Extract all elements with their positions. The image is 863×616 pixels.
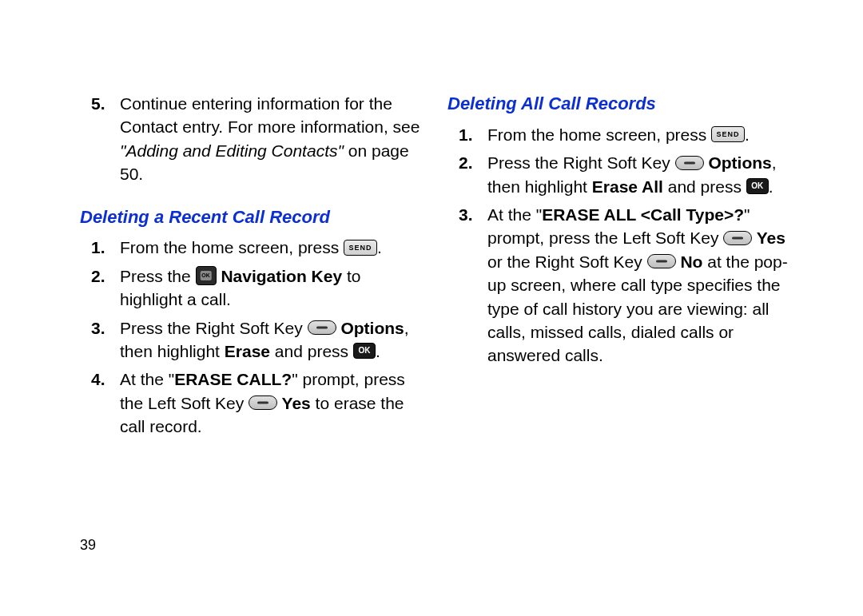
cross-reference: "Adding and Editing Contacts"	[120, 141, 344, 160]
key-name: Options	[336, 319, 404, 337]
text: At the "	[120, 370, 174, 388]
text: or the Right Soft Key	[487, 252, 647, 271]
list-item: 4. At the "ERASE CALL?" prompt, press th…	[80, 368, 424, 443]
soft-key-icon	[249, 395, 277, 410]
menu-item: Erase All	[592, 177, 663, 196]
page-number: 39	[80, 537, 96, 554]
menu-item: Erase	[225, 342, 270, 360]
text: .	[377, 238, 382, 256]
prompt-text: ERASE CALL?	[174, 370, 292, 388]
soft-key-icon	[647, 254, 676, 268]
ok-key-icon: OK	[353, 343, 376, 359]
list-item: 2. Press the Navigation Key to highlight…	[80, 264, 424, 316]
item-text: Press the Navigation Key to highlight a …	[113, 264, 424, 316]
key-name: Navigation Key	[217, 267, 343, 285]
list-item: 3. Press the Right Soft Key Options, the…	[80, 316, 424, 368]
text: Continue entering information for the Co…	[120, 94, 420, 136]
key-name: Yes	[277, 394, 311, 412]
list-item: 1. From the home screen, press SEND.	[80, 236, 424, 264]
manual-page: 5. Continue entering information for the…	[0, 0, 863, 616]
two-column-layout: 5. Continue entering information for the…	[80, 92, 807, 443]
soft-key-icon	[308, 320, 336, 335]
left-column: 5. Continue entering information for the…	[80, 92, 424, 443]
right-column: Deleting All Call Records 1. From the ho…	[447, 92, 791, 443]
key-name: No	[676, 252, 703, 271]
item-number: 1.	[80, 236, 113, 264]
text: .	[769, 177, 774, 196]
item-number: 3.	[80, 316, 113, 368]
item-text: At the "ERASE CALL?" prompt, press the L…	[113, 368, 424, 443]
list-item: 2. Press the Right Soft Key Options, the…	[447, 151, 791, 203]
text: Press the Right Soft Key	[487, 153, 675, 172]
send-key-icon: SEND	[344, 240, 377, 256]
text: .	[745, 125, 750, 144]
item-number: 5.	[80, 92, 113, 191]
ordered-list: 1. From the home screen, press SEND. 2. …	[447, 123, 791, 372]
item-number: 2.	[447, 151, 481, 203]
key-name: Yes	[752, 229, 785, 247]
text: From the home screen, press	[120, 238, 344, 256]
item-number: 3.	[447, 203, 481, 372]
list-item: 5. Continue entering information for the…	[80, 92, 424, 191]
item-text: From the home screen, press SEND.	[481, 123, 791, 151]
item-text: Continue entering information for the Co…	[113, 92, 424, 191]
item-text: From the home screen, press SEND.	[113, 236, 424, 264]
section-heading: Deleting All Call Records	[447, 92, 791, 117]
navigation-key-icon	[196, 266, 217, 285]
text: and press	[663, 177, 746, 196]
text: At the "	[487, 205, 542, 224]
item-number: 2.	[80, 264, 113, 316]
prompt-text: ERASE ALL <Call Type>?	[542, 205, 744, 224]
text: Press the	[120, 267, 196, 285]
item-number: 4.	[80, 368, 113, 443]
soft-key-icon	[675, 156, 704, 170]
list-item: 1. From the home screen, press SEND.	[447, 123, 791, 151]
section-heading: Deleting a Recent Call Record	[80, 205, 424, 230]
list-item: 3. At the "ERASE ALL <Call Type>?" promp…	[447, 203, 791, 372]
text: and press	[270, 342, 353, 360]
send-key-icon: SEND	[711, 126, 745, 142]
item-number: 1.	[447, 123, 481, 151]
text: From the home screen, press	[487, 125, 711, 144]
item-text: At the "ERASE ALL <Call Type>?" prompt, …	[481, 203, 791, 372]
key-name: Options	[704, 153, 772, 172]
item-text: Press the Right Soft Key Options, then h…	[481, 151, 791, 203]
ok-key-icon: OK	[746, 178, 769, 194]
continued-list: 5. Continue entering information for the…	[80, 92, 424, 191]
text: .	[376, 342, 380, 360]
soft-key-icon	[723, 231, 752, 245]
ordered-list: 1. From the home screen, press SEND. 2. …	[80, 236, 424, 443]
text: Press the Right Soft Key	[120, 319, 308, 337]
item-text: Press the Right Soft Key Options, then h…	[113, 316, 424, 368]
